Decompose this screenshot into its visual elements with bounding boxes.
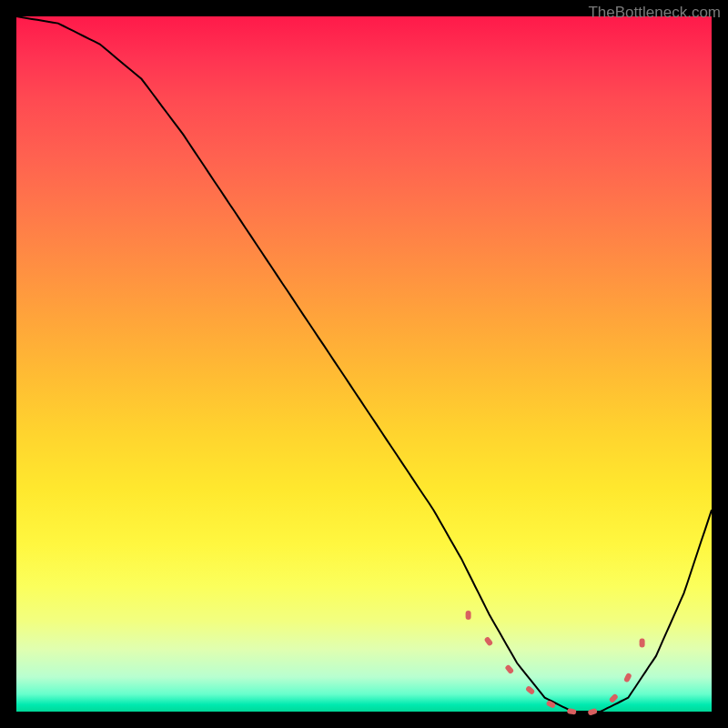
optimal-dot [466,611,471,620]
optimal-dot [525,685,536,695]
optimal-dot [483,636,493,647]
optimal-dot [640,639,645,648]
chart-plot-area [16,16,712,712]
optimal-region-dots [466,611,645,716]
watermark-text: TheBottleneck.com [588,4,721,22]
bottleneck-curve-line [16,16,712,712]
optimal-dot [504,664,514,674]
chart-svg [16,16,712,712]
optimal-dot [587,708,597,716]
optimal-dot [567,708,577,715]
optimal-dot [609,693,619,703]
optimal-dot [623,672,632,683]
